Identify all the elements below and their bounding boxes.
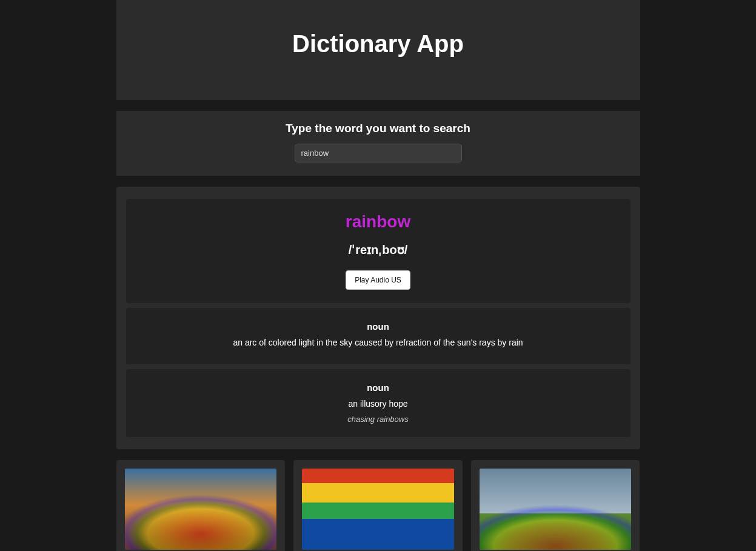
search-input[interactable] bbox=[295, 144, 462, 162]
definition-text: an arc of colored light in the sky cause… bbox=[138, 338, 618, 347]
image-card[interactable] bbox=[116, 460, 286, 551]
app-header: Dictionary App bbox=[116, 0, 640, 100]
result-image bbox=[302, 469, 454, 550]
definition-example: chasing rainbows bbox=[138, 415, 618, 424]
play-audio-button[interactable]: Play Audio US bbox=[346, 270, 410, 290]
search-section: Type the word you want to search bbox=[116, 111, 640, 176]
definition-text: an illusory hope bbox=[138, 399, 618, 409]
images-grid bbox=[116, 460, 640, 551]
result-word: rainbow bbox=[138, 212, 618, 232]
image-card[interactable] bbox=[471, 460, 640, 551]
definition-card: noun an arc of colored light in the sky … bbox=[126, 308, 631, 364]
definition-card: noun an illusory hope chasing rainbows bbox=[126, 369, 631, 437]
result-image bbox=[125, 469, 277, 550]
result-phonetic: /ˈreɪnˌboʊ/ bbox=[138, 242, 618, 257]
result-image bbox=[480, 469, 632, 550]
search-label: Type the word you want to search bbox=[129, 122, 628, 135]
app-title: Dictionary App bbox=[129, 30, 628, 58]
image-card[interactable] bbox=[293, 460, 463, 551]
part-of-speech: noun bbox=[138, 321, 618, 332]
word-summary-card: rainbow /ˈreɪnˌboʊ/ Play Audio US bbox=[126, 199, 631, 303]
result-section: rainbow /ˈreɪnˌboʊ/ Play Audio US noun a… bbox=[116, 187, 640, 449]
part-of-speech: noun bbox=[138, 382, 618, 393]
